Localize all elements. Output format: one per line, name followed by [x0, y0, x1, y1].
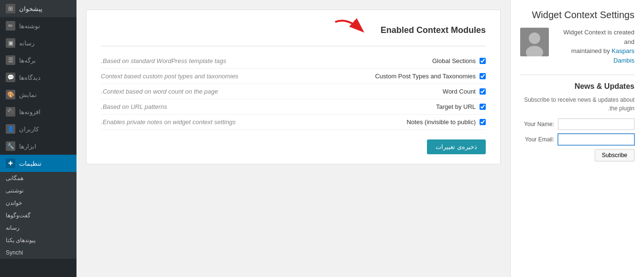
module-label: Word Count	[443, 88, 476, 95]
module-label: Notes (invisible to public)	[406, 118, 476, 126]
sidebar-item-users[interactable]: کاربران 👤	[0, 120, 76, 138]
sidebar-item-plugins[interactable]: افزونه‌ها 🔌	[0, 103, 76, 120]
author-text-2: maintained by Kaspars Dambis	[554, 46, 634, 65]
sidebar-item-label: نوشته‌ها	[19, 22, 40, 30]
news-description: Subscribe to receive news & updates abou…	[520, 96, 634, 113]
widget-panel: Widget Context Settings Widget Context i…	[510, 0, 644, 277]
main-wrap: Enabled Context Modules Based on standar…	[76, 0, 644, 277]
news-section: News & Updates Subscribe to receive news…	[520, 75, 634, 161]
table-row: Context based custom post types and taxo…	[101, 69, 486, 84]
module-description: Based on URL patterns.	[101, 103, 167, 110]
submenu-label: Synchi	[6, 249, 23, 256]
table-row: Context based on word count on the page.…	[101, 84, 486, 99]
submenu-label: گفت‌وگوها	[6, 212, 31, 219]
email-input[interactable]	[558, 134, 634, 145]
sidebar-item-label: رسانه	[19, 40, 34, 47]
sidebar-item-settings[interactable]: تنظیمات ✚	[0, 155, 76, 172]
sidebar-item-media[interactable]: رسانه ▣	[0, 34, 76, 52]
submenu-general[interactable]: همگانی	[0, 172, 76, 184]
module-checkbox[interactable]	[480, 73, 486, 79]
appearance-icon: 🎨	[6, 90, 15, 99]
save-button[interactable]: ذخیره‌ی تغییرات	[427, 139, 486, 154]
arrow-icon	[333, 20, 376, 41]
submenu-label: رسانه	[6, 224, 20, 231]
author-description: Widget Context is created and maintained…	[554, 28, 634, 65]
save-row: ذخیره‌ی تغییرات	[101, 139, 486, 154]
sidebar-item-label: نمایش	[19, 91, 37, 98]
author-avatar	[520, 28, 549, 56]
sidebar-item-label: کاربران	[19, 126, 39, 133]
submenu-label: همگانی	[6, 175, 23, 181]
sidebar: پیشخوان ⊞ نوشته‌ها ✏ رسانه ▣ برگه‌ها ☰ د…	[0, 0, 76, 277]
submenu-discussion[interactable]: گفت‌وگوها	[0, 209, 76, 222]
content-area: Enabled Context Modules Based on standar…	[76, 0, 510, 277]
pages-icon: ☰	[6, 55, 15, 65]
plugins-icon: 🔌	[6, 107, 15, 117]
table-row: Based on standard WordPress template tag…	[101, 53, 486, 69]
name-input[interactable]	[558, 118, 634, 130]
news-title: News & Updates	[520, 82, 634, 91]
media-icon: ▣	[6, 38, 15, 48]
submenu-media[interactable]: رسانه	[0, 222, 76, 234]
sidebar-item-pages[interactable]: برگه‌ها ☰	[0, 52, 76, 69]
module-label: Global Sections	[432, 57, 476, 64]
sidebar-item-posts[interactable]: نوشته‌ها ✏	[0, 17, 76, 34]
submenu-label: نوشتنی	[6, 187, 23, 194]
module-checkbox[interactable]	[480, 119, 486, 125]
sidebar-item-appearance[interactable]: نمایش 🎨	[0, 86, 76, 103]
name-row: :Your Name	[520, 118, 634, 130]
svg-point-2	[529, 32, 540, 44]
sidebar-item-label: برگه‌ها	[19, 57, 36, 64]
module-description: Enables private notes on widget context …	[101, 118, 236, 126]
settings-icon: ✚	[6, 159, 15, 168]
email-label: :Your Email	[525, 136, 554, 143]
sidebar-item-label: دیدگاه‌ها	[19, 74, 41, 81]
sidebar-item-comments[interactable]: دیدگاه‌ها 💬	[0, 69, 76, 86]
submenu-reading[interactable]: خواندن	[0, 197, 76, 209]
table-row: Based on URL patterns.Target by URL	[101, 99, 486, 115]
module-description: Context based on word count on the page.	[101, 88, 218, 95]
dashboard-icon: ⊞	[6, 4, 15, 13]
author-link[interactable]: Kaspars Dambis	[611, 47, 634, 64]
sidebar-item-label: ابزارها	[19, 143, 36, 150]
sidebar-item-dashboard[interactable]: پیشخوان ⊞	[0, 0, 76, 17]
module-label: Target by URL	[436, 103, 476, 110]
table-row: Enables private notes on widget context …	[101, 115, 486, 130]
widget-title: Widget Context Settings	[520, 10, 634, 21]
sidebar-item-label: تنظیمات	[19, 160, 42, 167]
module-checkbox[interactable]	[480, 58, 486, 64]
module-description: Based on standard WordPress template tag…	[101, 57, 226, 64]
arrow-header: Enabled Context Modules	[101, 20, 486, 41]
submenu-label: پیوندهای یکتا	[6, 237, 35, 244]
tools-icon: 🔧	[6, 141, 15, 151]
subscribe-button[interactable]: Subscribe	[595, 149, 634, 161]
settings-form: Enabled Context Modules Based on standar…	[86, 10, 501, 164]
enabled-context-title: Enabled Context Modules	[381, 25, 486, 35]
settings-submenu: همگانی نوشتنی خواندن گفت‌وگوها رسانه پیو…	[0, 172, 76, 259]
divider	[101, 46, 486, 46]
sidebar-item-label: پیشخوان	[19, 5, 43, 12]
module-checkbox[interactable]	[480, 88, 486, 95]
sidebar-item-label: افزونه‌ها	[19, 108, 41, 116]
submenu-writing[interactable]: نوشتنی	[0, 184, 76, 197]
module-label: Custom Post Types and Taxonomies	[375, 73, 476, 80]
users-icon: 👤	[6, 124, 15, 134]
sidebar-item-tools[interactable]: ابزارها 🔧	[0, 138, 76, 155]
module-list: Based on standard WordPress template tag…	[101, 53, 486, 130]
author-text-1: Widget Context is created and	[554, 28, 634, 46]
posts-icon: ✏	[6, 21, 15, 31]
submenu-synchi[interactable]: Synchi	[0, 246, 76, 259]
module-description: Context based custom post types and taxo…	[101, 73, 239, 80]
name-label: :Your Name	[524, 121, 554, 128]
widget-author: Widget Context is created and maintained…	[520, 28, 634, 65]
comments-icon: 💬	[6, 73, 15, 82]
module-checkbox[interactable]	[480, 104, 486, 110]
submenu-permalinks[interactable]: پیوندهای یکتا	[0, 234, 76, 246]
submenu-label: خواندن	[6, 200, 22, 206]
email-row: :Your Email	[520, 134, 634, 145]
